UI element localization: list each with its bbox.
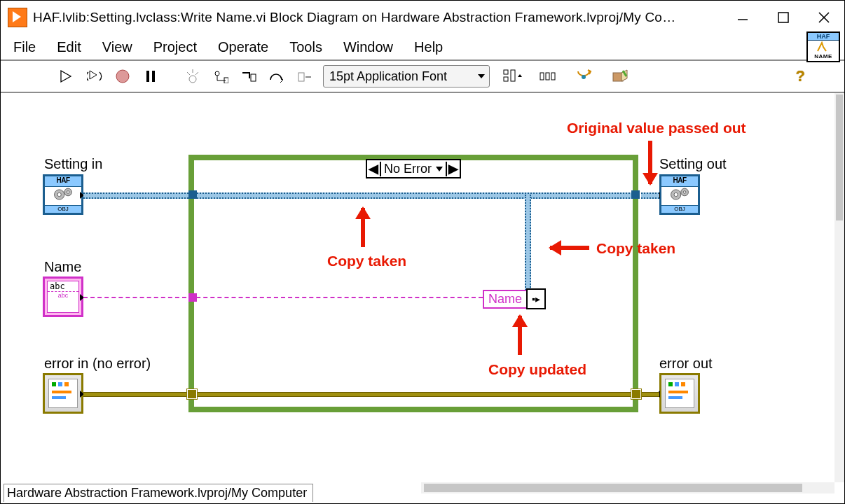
svg-point-28 [674, 192, 678, 196]
font-label: 15pt Application Font [329, 69, 447, 84]
retain-wire-values-button[interactable] [211, 66, 231, 86]
svg-rect-17 [511, 70, 515, 81]
vertical-scrollbar[interactable] [834, 93, 844, 482]
menu-help[interactable]: Help [406, 36, 451, 58]
case-name: No Error [384, 162, 432, 176]
error-out-terminal[interactable] [659, 373, 700, 414]
context-help-button[interactable]: ? [796, 67, 840, 85]
svg-rect-15 [504, 70, 508, 74]
menu-operate[interactable]: Operate [209, 36, 277, 58]
step-out-button[interactable] [295, 66, 315, 86]
tunnel-error-out[interactable] [631, 389, 641, 399]
svg-rect-16 [504, 77, 508, 81]
tunnel-class-out[interactable] [631, 190, 640, 199]
abort-button[interactable] [113, 66, 132, 86]
block-diagram-canvas[interactable]: Setting in HAF OBJ Name abc abc error in… [1, 93, 834, 482]
bundle-icon: ▪▸ [526, 288, 546, 309]
run-button[interactable] [57, 66, 76, 86]
run-continuous-button[interactable] [85, 66, 104, 86]
name-label: Name [44, 259, 81, 275]
vi-icon-footer: NAME [808, 53, 839, 59]
svg-point-24 [57, 192, 61, 196]
cleanup-diagram-button[interactable] [571, 66, 599, 86]
setting-out-terminal[interactable]: HAF OBJ [659, 174, 700, 215]
menu-tools[interactable]: Tools [281, 36, 331, 58]
svg-line-10 [195, 72, 198, 75]
bundle-field-label: Name [483, 290, 528, 309]
svg-rect-18 [540, 73, 544, 80]
error-out-label: error out [659, 356, 713, 372]
menu-project[interactable]: Project [145, 36, 205, 58]
svg-point-7 [189, 76, 196, 83]
annotation-copy2: Copy taken [596, 240, 675, 257]
maximize-button[interactable] [767, 6, 799, 29]
minimize-button[interactable] [727, 6, 759, 29]
wire-class[interactable] [83, 192, 188, 199]
arrow-icon [518, 316, 522, 355]
annotation-original: Original value passed out [567, 120, 746, 136]
close-button[interactable] [808, 6, 840, 29]
svg-rect-5 [146, 71, 149, 82]
tunnel-string-in[interactable] [188, 293, 197, 302]
wire-error[interactable] [83, 392, 659, 397]
vi-icon[interactable]: HAF NAME [806, 31, 840, 62]
align-objects-dropdown[interactable] [498, 66, 526, 86]
bundle-by-name-node[interactable]: Name ▪▸ [483, 288, 546, 309]
annotation-copy1: Copy taken [327, 253, 406, 270]
step-over-button[interactable] [267, 66, 287, 86]
arrow-icon [550, 246, 589, 250]
setting-in-terminal[interactable]: HAF OBJ [43, 174, 83, 215]
wire-string[interactable] [83, 297, 483, 298]
svg-line-9 [187, 72, 190, 75]
case-next-button[interactable]: ▶ [447, 161, 460, 176]
menu-window[interactable]: Window [335, 36, 401, 58]
svg-rect-14 [298, 73, 304, 81]
error-in-terminal[interactable] [43, 373, 83, 414]
arrow-icon [648, 141, 652, 184]
pause-button[interactable] [141, 66, 160, 86]
svg-point-30 [683, 191, 686, 194]
name-terminal[interactable]: abc abc [43, 276, 83, 317]
abc-label: abc [48, 281, 78, 292]
wire-class[interactable] [197, 192, 633, 199]
vi-icon-header: HAF [808, 33, 839, 41]
case-selector[interactable]: ◀ No Error ▶ [366, 159, 461, 178]
menu-file[interactable]: File [5, 36, 44, 58]
wire-class[interactable] [641, 192, 659, 199]
svg-rect-13 [251, 74, 256, 81]
obj-footer: OBJ [45, 205, 81, 213]
case-prev-button[interactable]: ◀ [367, 161, 380, 176]
menu-view[interactable]: View [94, 36, 141, 58]
tunnel-error-in[interactable] [187, 389, 197, 399]
labview-app-icon [8, 8, 27, 27]
arrow-icon [361, 208, 365, 247]
svg-point-26 [67, 191, 69, 194]
step-into-button[interactable] [239, 66, 259, 86]
window-title: HAF.lvlib:Setting.lvclass:Write Name.vi … [33, 10, 718, 25]
svg-rect-20 [551, 73, 555, 80]
tunnel-class-in[interactable] [188, 190, 197, 199]
reorder-dropdown[interactable] [607, 66, 636, 86]
svg-rect-1 [778, 13, 788, 22]
obj-footer-out: OBJ [661, 205, 698, 213]
text-settings-dropdown[interactable]: 15pt Application Font [323, 65, 490, 88]
svg-point-4 [116, 70, 129, 83]
annotation-updated: Copy updated [488, 361, 586, 378]
svg-rect-6 [152, 71, 155, 82]
wire-class[interactable] [525, 195, 531, 293]
highlight-execution-button[interactable] [183, 66, 202, 86]
setting-in-label: Setting in [44, 156, 102, 172]
status-project-path: Hardware Abstraction Framework.lvproj/My… [4, 484, 313, 502]
setting-out-label: Setting out [659, 156, 727, 172]
svg-rect-19 [546, 73, 549, 80]
svg-point-11 [215, 71, 219, 76]
menu-edit[interactable]: Edit [48, 36, 89, 58]
distribute-objects-dropdown[interactable] [535, 66, 563, 86]
error-in-label: error in (no error) [44, 356, 151, 372]
svg-point-21 [582, 75, 586, 79]
